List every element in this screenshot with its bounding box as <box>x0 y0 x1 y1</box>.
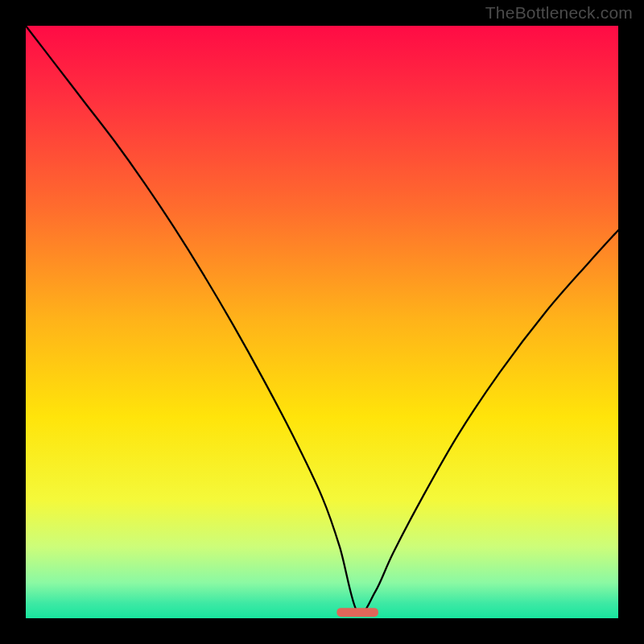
watermark-text: TheBottleneck.com <box>485 3 633 23</box>
plot-svg <box>26 26 618 618</box>
chart-frame: TheBottleneck.com <box>0 0 644 644</box>
optimum-marker <box>336 608 378 617</box>
gradient-background <box>26 26 618 618</box>
plot-area <box>26 26 618 618</box>
